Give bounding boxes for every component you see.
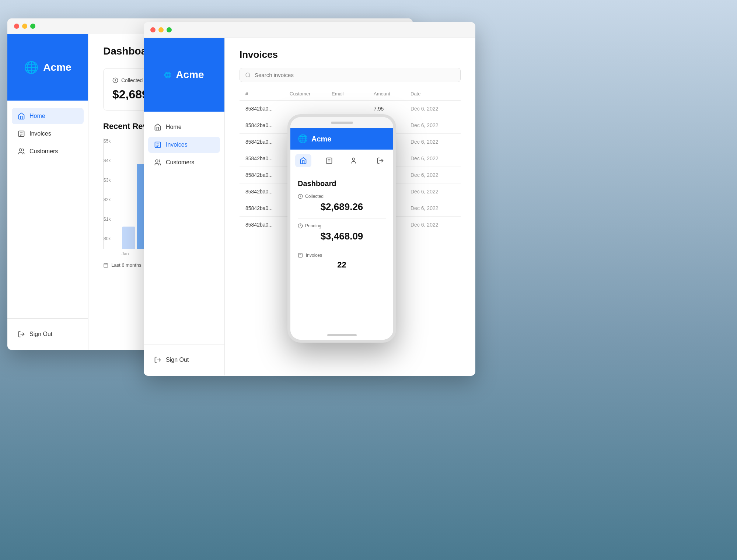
maximize-button[interactable]: [30, 24, 35, 29]
svg-line-18: [249, 76, 250, 77]
customers-icon-2: [154, 159, 161, 166]
svg-rect-7: [104, 263, 108, 267]
col-header-email: Email: [332, 91, 374, 97]
mobile-nav-customers[interactable]: [346, 154, 363, 167]
sidebar-label-home-2: Home: [166, 124, 182, 130]
row-amount: 7.95: [374, 106, 411, 112]
row-date: Dec 6, 2022: [411, 155, 455, 161]
sidebar-nav-2: Home Invoices Customers: [144, 112, 224, 344]
globe-icon-mobile: 🌐: [298, 134, 308, 144]
mobile-divider-1: [298, 218, 386, 219]
svg-point-17: [246, 73, 250, 77]
table-header: # Customer Email Amount Date: [240, 91, 461, 101]
signout-icon-1: [18, 330, 25, 338]
signout-button-1[interactable]: Sign Out: [12, 326, 84, 342]
row-date: Dec 6, 2022: [411, 189, 455, 195]
mobile-nav-signout[interactable]: [372, 154, 388, 167]
mobile-invoice-section-icon: [298, 253, 303, 258]
sidebar-label-customers-2: Customers: [166, 159, 194, 166]
mobile-divider-2: [298, 248, 386, 248]
svg-point-4: [19, 149, 22, 151]
chart-footer-label-1: Last 6 months: [111, 262, 142, 268]
row-date: Dec 6, 2022: [411, 122, 455, 128]
chart-y-labels-1: $5k $4k $3k $2k $1k $0k: [104, 139, 113, 249]
mobile-nav-home[interactable]: [295, 154, 311, 167]
minimize-button-2[interactable]: [158, 27, 164, 32]
sidebar-item-customers-2[interactable]: Customers: [148, 154, 220, 171]
window-mobile: 🌐 Acme Dashboard Collected $2,689.26: [287, 114, 396, 343]
notch-bar: [331, 122, 353, 124]
mobile-pending-value: $3,468.09: [298, 231, 386, 242]
calendar-icon-1: [103, 263, 108, 268]
row-id: 85842ba0...: [245, 122, 290, 128]
row-id: 85842ba0...: [245, 139, 290, 145]
sidebar-label-invoices-1: Invoices: [29, 130, 51, 137]
mobile-home-bar: [327, 334, 357, 336]
mobile-header: 🌐 Acme: [290, 128, 393, 150]
home-icon-1: [18, 112, 25, 120]
signout-icon-2: [154, 356, 161, 364]
app-name-1: Acme: [43, 62, 71, 73]
globe-icon-2: 🌐: [164, 71, 171, 78]
row-date: Dec 6, 2022: [411, 205, 455, 211]
sidebar-item-invoices-2[interactable]: Invoices: [148, 137, 220, 153]
sidebar-logo-2: 🌐 Acme: [144, 38, 224, 112]
traffic-lights-1: [14, 24, 35, 29]
mobile-pending-label: Pending: [298, 223, 386, 228]
mobile-invoices-section: Invoices: [298, 253, 386, 258]
customers-icon-1: [18, 148, 25, 155]
search-bar[interactable]: [240, 68, 461, 82]
search-icon: [245, 72, 251, 78]
sidebar-label-home-1: Home: [29, 113, 45, 119]
traffic-lights-2: [150, 27, 172, 32]
row-id: 85842ba0...: [245, 106, 290, 112]
mobile-invoices-count: 22: [298, 260, 386, 270]
minimize-button[interactable]: [22, 24, 27, 29]
sidebar-bottom-2: Sign Out: [144, 344, 224, 375]
mobile-signout-icon: [377, 157, 384, 164]
mobile-notch: [290, 117, 393, 128]
mobile-nav-invoices[interactable]: [321, 154, 337, 167]
sidebar-label-customers-1: Customers: [29, 148, 58, 155]
signout-button-2[interactable]: Sign Out: [148, 352, 220, 368]
row-id: 85842ba0...: [245, 205, 290, 211]
row-id: 85842ba0...: [245, 189, 290, 195]
sidebar-item-invoices-1[interactable]: Invoices: [12, 126, 84, 142]
svg-point-22: [353, 158, 355, 161]
sidebar-label-invoices-2: Invoices: [166, 141, 188, 148]
row-id: 85842ba0...: [245, 222, 290, 228]
sidebar-item-home-2[interactable]: Home: [148, 119, 220, 135]
sidebar-item-customers-1[interactable]: Customers: [12, 143, 84, 160]
bar-jan-light-1: [122, 227, 135, 249]
close-button-2[interactable]: [150, 27, 156, 32]
signout-label-1: Sign Out: [29, 331, 52, 337]
close-button[interactable]: [14, 24, 19, 29]
mobile-app-name: Acme: [311, 135, 331, 143]
mobile-collected-label: Collected: [298, 194, 386, 199]
dollar-circle-icon-1: [112, 77, 118, 83]
col-header-id: #: [245, 91, 290, 97]
row-id: 85842ba0...: [245, 172, 290, 178]
svg-point-15: [156, 160, 158, 162]
globe-icon: 🌐: [24, 60, 39, 74]
row-id: 85842ba0...: [245, 155, 290, 161]
mobile-collected-value: $2,689.26: [298, 201, 386, 213]
sidebar-2: 🌐 Acme Home Invoices Customers: [144, 38, 225, 375]
search-input[interactable]: [255, 72, 455, 78]
titlebar-2: [144, 22, 475, 38]
sidebar-1: 🌐 Acme Home Invoices Customers: [7, 34, 88, 350]
invoice-icon-1: [18, 130, 25, 137]
sidebar-logo-1: 🌐 Acme: [7, 34, 88, 101]
mobile-stat-pending: Pending $3,468.09: [298, 223, 386, 242]
col-header-date: Date: [411, 91, 455, 97]
mobile-stat-collected: Collected $2,689.26: [298, 194, 386, 213]
home-icon-2: [154, 123, 161, 131]
row-date: Dec 6, 2022: [411, 106, 455, 112]
maximize-button-2[interactable]: [167, 27, 172, 32]
sidebar-nav-1: Home Invoices Customers: [7, 101, 88, 318]
sidebar-bottom-1: Sign Out: [7, 318, 88, 350]
signout-label-2: Sign Out: [166, 357, 189, 363]
mobile-clock-icon: [298, 223, 303, 228]
sidebar-item-home-1[interactable]: Home: [12, 108, 84, 124]
mobile-customers-icon: [351, 157, 358, 164]
